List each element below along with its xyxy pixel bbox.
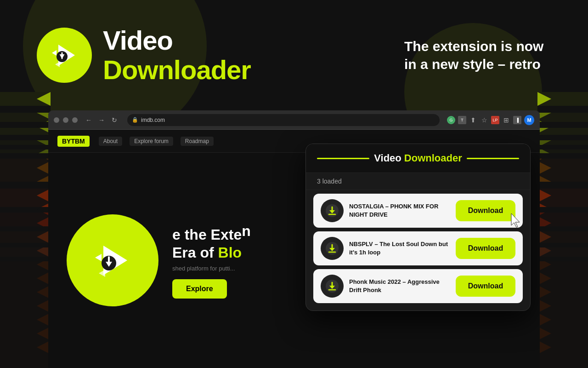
website-headline-green: Blo <box>218 244 242 261</box>
browser-bar: ← → ↻ 🔒 imdb.com G T ⬆ ☆ LP ⊞ ▐ M <box>48 110 540 130</box>
popup-title: Video Downloader <box>374 152 462 164</box>
svg-marker-27 <box>52 50 57 56</box>
popup-item-3: Phonk Music 2022 – Aggressive Drift Phon… <box>313 269 523 303</box>
app-title-video: Video <box>103 26 251 55</box>
logo-icon <box>48 39 80 71</box>
explore-button[interactable]: Explore <box>172 279 227 299</box>
browser-actions: G T ⬆ ☆ LP ⊞ ▐ M <box>447 115 534 125</box>
popup-header-line-right <box>467 158 519 159</box>
profile-icon[interactable]: M <box>524 115 534 125</box>
item-title-1: NOSTALGIA – PHONK MIX FOR NIGHT DRIVE <box>349 202 450 219</box>
website-nav-roadmap[interactable]: Roadmap <box>181 137 214 146</box>
popup-items-list: NOSTALGIA – PHONK MIX FOR NIGHT DRIVE Do… <box>306 190 530 310</box>
download-button-2[interactable]: Download <box>456 238 515 259</box>
website-logo: BYTBM <box>57 136 90 147</box>
svg-marker-28 <box>55 62 60 67</box>
browser-mockup: ← → ↻ 🔒 imdb.com G T ⬆ ☆ LP ⊞ ▐ M BYTBM <box>48 110 540 368</box>
website-headline-line2: Era of <box>172 244 218 261</box>
svg-marker-32 <box>95 254 102 261</box>
popup-title-downloader: Downloader <box>404 152 462 164</box>
app-title-downloader: Downloader <box>103 55 251 85</box>
item-icon-3 <box>321 275 344 298</box>
browser-nav: ← → ↻ <box>83 115 120 126</box>
popup-title-video: Video <box>374 152 401 164</box>
app-title: Video Downloader <box>103 26 251 85</box>
popup-header: Video Downloader <box>306 144 530 173</box>
share-icon[interactable]: ⬆ <box>469 116 477 124</box>
logo-area: Video Downloader <box>37 26 251 85</box>
tagline: The extension is now in a new style – re… <box>404 37 551 73</box>
website-headline-line1: e the Exte <box>172 226 242 243</box>
website-nav-forum[interactable]: Explore forum <box>130 137 173 146</box>
google-icon[interactable]: G <box>447 116 455 124</box>
extension-popup: Video Downloader 3 loaded <box>305 144 531 311</box>
website-nav-links: About Explore forum Roadmap <box>99 137 214 146</box>
lastpass-icon[interactable]: LP <box>491 116 499 124</box>
browser-max-btn[interactable] <box>72 117 78 123</box>
download-button-3[interactable]: Download <box>456 276 515 297</box>
download-button-1[interactable]: Download <box>456 200 515 221</box>
browser-url-text: imdb.com <box>141 117 165 123</box>
logo-circle <box>37 28 92 83</box>
browser-min-btn[interactable] <box>63 117 68 123</box>
item-title-2: NBSPLV – The Lost Soul Down but it's 1h … <box>349 240 450 257</box>
browser-close-btn[interactable] <box>54 117 59 123</box>
puzzle-icon[interactable]: ⊞ <box>502 116 510 124</box>
hero-section: Video Downloader The extension is now in… <box>0 0 588 110</box>
sidebar-icon[interactable]: ▐ <box>513 116 521 124</box>
browser-content: BYTBM About Explore forum Roadmap <box>48 130 540 368</box>
popup-item-2: NBSPLV – The Lost Soul Down but it's 1h … <box>313 231 523 265</box>
website-nav-about[interactable]: About <box>99 137 122 146</box>
popup-item-1: NOSTALGIA – PHONK MIX FOR NIGHT DRIVE Do… <box>313 194 523 228</box>
cursor-arrow <box>509 213 522 230</box>
item-title-3: Phonk Music 2022 – Aggressive Drift Phon… <box>349 278 450 294</box>
item-icon-1 <box>321 199 344 222</box>
website-headline-clipped: n <box>242 222 251 240</box>
browser-back-btn[interactable]: ← <box>83 115 94 126</box>
website-play-button[interactable] <box>67 214 158 306</box>
browser-refresh-btn[interactable]: ↻ <box>109 115 120 126</box>
item-icon-2 <box>321 237 344 260</box>
browser-url-bar[interactable]: 🔒 imdb.com <box>127 114 440 126</box>
popup-count: 3 loaded <box>306 173 530 190</box>
svg-marker-33 <box>99 270 105 277</box>
bookmark-icon[interactable]: ☆ <box>480 116 488 124</box>
translate-icon[interactable]: T <box>458 116 466 124</box>
popup-header-line-left <box>317 158 369 159</box>
browser-forward-btn[interactable]: → <box>96 115 107 126</box>
